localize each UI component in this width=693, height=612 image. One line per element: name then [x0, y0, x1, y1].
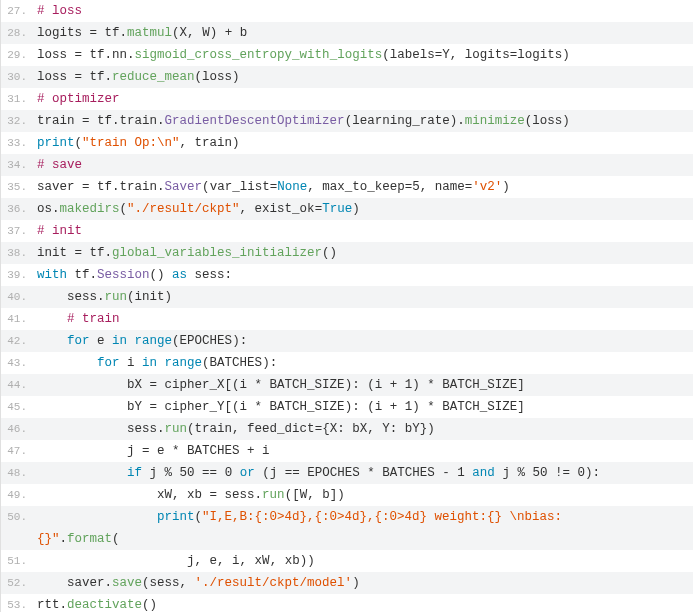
token-punc: (	[262, 466, 270, 480]
token-string: "train Op:\n"	[82, 136, 180, 150]
token-name: EPOCHES	[300, 466, 368, 480]
token-punc: ,	[217, 554, 232, 568]
code-content: for e in range(EPOCHES):	[34, 330, 693, 352]
code-line: 30.loss = tf.reduce_mean(loss)	[1, 66, 693, 88]
token-func: run	[262, 488, 285, 502]
code-content: {}".format(	[34, 528, 693, 550]
token-punc: .	[60, 532, 68, 546]
code-content: # save	[34, 154, 693, 176]
token-func: format	[67, 532, 112, 546]
code-content: train = tf.train.GradientDescentOptimize…	[34, 110, 693, 132]
token-name: loss	[202, 70, 232, 84]
token-punc: ,	[172, 488, 187, 502]
line-number: 33.	[1, 132, 34, 154]
line-number: 29.	[1, 44, 34, 66]
code-line: 29.loss = tf.nn.sigmoid_cross_entropy_wi…	[1, 44, 693, 66]
token-name: sess	[150, 576, 180, 590]
token-punc: (	[382, 48, 390, 62]
line-number: 47.	[1, 440, 34, 462]
token-name: train	[120, 114, 158, 128]
token-func: save	[112, 576, 142, 590]
token-func: run	[165, 422, 188, 436]
token-builtin: print	[37, 136, 75, 150]
token-name: i	[240, 400, 255, 414]
token-punc: ):	[585, 466, 600, 480]
token-punc: )	[352, 202, 360, 216]
code-content: loss = tf.nn.sigmoid_cross_entropy_with_…	[34, 44, 693, 66]
token-op: ==	[285, 466, 300, 480]
token-punc: (	[112, 532, 120, 546]
token-punc: (	[195, 70, 203, 84]
token-punc: .	[105, 48, 113, 62]
code-line: 52. saver.save(sess, './result/ckpt/mode…	[1, 572, 693, 594]
line-number: 30.	[1, 66, 34, 88]
token-punc: [(	[225, 400, 240, 414]
token-name: loss	[37, 70, 75, 84]
token-name: xW	[37, 488, 172, 502]
token-func: run	[105, 290, 128, 304]
line-number: 43.	[1, 352, 34, 374]
token-name: tf	[90, 114, 113, 128]
token-name: tf	[90, 180, 113, 194]
token-name	[195, 466, 203, 480]
token-punc: .	[105, 576, 113, 590]
token-name	[217, 466, 225, 480]
token-name: feed_dict	[247, 422, 315, 436]
token-name: i	[232, 554, 240, 568]
line-number: 41.	[1, 308, 34, 330]
code-content: sess.run(init)	[34, 286, 693, 308]
token-name: logits	[37, 26, 90, 40]
token-name: sess	[187, 268, 225, 282]
token-name: learning_rate	[352, 114, 450, 128]
token-name: j	[37, 554, 195, 568]
token-class: Session	[97, 268, 150, 282]
token-punc: (	[120, 202, 128, 216]
line-number: 32.	[1, 110, 34, 132]
token-name: j	[270, 466, 285, 480]
line-number: 48.	[1, 462, 34, 484]
code-content: sess.run(train, feed_dict={X: bX, Y: bY}…	[34, 418, 693, 440]
line-number: 50.	[1, 506, 34, 528]
code-line: 34.# save	[1, 154, 693, 176]
token-func: matmul	[127, 26, 172, 40]
code-line: 37.# init	[1, 220, 693, 242]
token-comment: # loss	[37, 4, 82, 18]
token-punc: :	[390, 422, 405, 436]
token-op: ==	[202, 466, 217, 480]
token-name: BATCHES	[210, 356, 263, 370]
token-punc: })	[420, 422, 435, 436]
token-punc: ([	[285, 488, 300, 502]
code-content: if j % 50 == 0 or (j == EPOCHES * BATCHE…	[34, 462, 693, 484]
code-line: 41. # train	[1, 308, 693, 330]
token-punc: ,	[187, 26, 202, 40]
token-punc: ,	[232, 422, 247, 436]
code-line: 44. bX = cipher_X[(i * BATCH_SIZE): (i +…	[1, 374, 693, 396]
token-punc: )	[165, 290, 173, 304]
token-punc: (	[142, 576, 150, 590]
line-number: 52.	[1, 572, 34, 594]
code-content: rtt.deactivate()	[34, 594, 693, 612]
code-line: 45. bY = cipher_Y[(i * BATCH_SIZE): (i +…	[1, 396, 693, 418]
token-name: i	[375, 378, 390, 392]
token-punc: ,	[240, 202, 255, 216]
token-punc: )	[210, 26, 225, 40]
code-content: saver.save(sess, './result/ckpt/model')	[34, 572, 693, 594]
code-content: j, e, i, xW, xb))	[34, 550, 693, 572]
token-punc: (	[172, 26, 180, 40]
token-name: name	[435, 180, 465, 194]
token-name: sess	[37, 290, 97, 304]
token-punc: .	[97, 290, 105, 304]
token-op: *	[172, 444, 180, 458]
token-op: -	[442, 466, 450, 480]
token-string: {}"	[37, 532, 60, 546]
token-name: BATCH_SIZE	[435, 400, 518, 414]
token-keyword: for	[67, 334, 90, 348]
token-op: *	[255, 378, 263, 392]
token-builtin: print	[157, 510, 195, 524]
code-content: # loss	[34, 0, 693, 22]
code-line: 39.with tf.Session() as sess:	[1, 264, 693, 286]
token-name	[547, 466, 555, 480]
token-name: b	[322, 488, 330, 502]
token-punc: ]	[517, 400, 525, 414]
token-keyword: in	[112, 334, 127, 348]
